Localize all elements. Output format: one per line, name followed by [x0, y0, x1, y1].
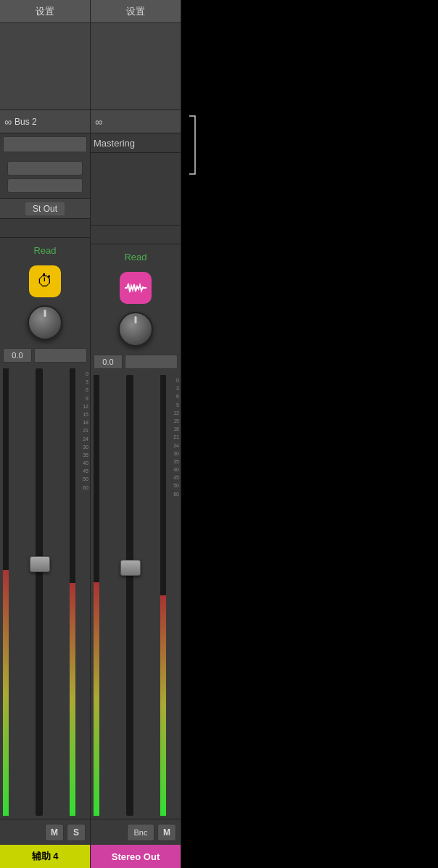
plugin-icon-stereo-out[interactable] [120, 272, 152, 304]
pan-knob-stereo-out[interactable] [118, 312, 153, 347]
fader-area-aux4: 036912 1518212430 3540455060 [0, 365, 90, 819]
read-button-aux4[interactable]: Read [3, 241, 87, 260]
eq-send-area-aux4 [0, 155, 90, 199]
solo-button-aux4[interactable]: S [67, 824, 86, 841]
plugin-icon-glyph-aux4: ⏱ [37, 272, 53, 291]
channel-strip-aux4: 设置 ∞ Bus 2 St Out Read ⏱ [0, 0, 91, 868]
mute-button-aux4[interactable]: M [45, 824, 64, 841]
volume-bar-stereo-out [125, 355, 178, 369]
mastering-area: Mastering [91, 133, 181, 153]
volume-display-stereo-out: 0.0 [91, 352, 181, 372]
plugin-area-aux4 [0, 23, 90, 110]
volume-value-aux4: 0.0 [3, 348, 32, 363]
channel-strip-stereo-out: 设置 ∞ Mastering Read [91, 0, 181, 868]
routing-row-aux4: ∞ Bus 2 [0, 110, 90, 133]
spacer-stereo-out [91, 226, 181, 244]
fader-area-stereo-out: 036912 1518212430 3540455060 [91, 372, 181, 819]
knob-area-stereo-out [91, 307, 181, 352]
black-background [185, 0, 438, 868]
send-btn-aux4[interactable] [7, 178, 83, 193]
plugin-icon-area-stereo-out [91, 269, 181, 307]
routing-row-stereo-out: ∞ [91, 110, 181, 133]
settings-button-aux4[interactable]: 设置 [0, 0, 90, 23]
settings-button-stereo-out[interactable]: 设置 [91, 0, 181, 23]
meter-scale-aux4: 036912 1518212430 3540455060 [77, 368, 90, 816]
knob-area-aux4 [0, 300, 90, 345]
output-bus-aux4: St Out [0, 199, 90, 219]
fader-handle-aux4[interactable] [30, 556, 50, 572]
channel-label-aux4: 辅助 4 [0, 845, 90, 868]
meter-scale-stereo-out: 036912 1518212430 3540455060 [168, 375, 181, 816]
volume-display-aux4: 0.0 [0, 345, 90, 365]
link-icon-aux4: ∞ [4, 116, 12, 128]
bnc-button[interactable]: Bnc [127, 824, 154, 841]
read-button-stereo-out[interactable]: Read [94, 247, 178, 266]
plugin-area-stereo-out [91, 23, 181, 110]
volume-value-stereo-out: 0.0 [94, 355, 123, 369]
output-bus-button-aux4[interactable]: St Out [25, 202, 65, 216]
eq-btn-aux4[interactable] [7, 161, 83, 175]
plugin-icon-area-aux4: ⏱ [0, 263, 90, 300]
channel-label-stereo-out: Stereo Out [91, 845, 181, 868]
plugin-icon-aux4[interactable]: ⏱ [29, 265, 61, 297]
bottom-buttons-stereo-out: Bnc M [91, 819, 181, 845]
eq-send-area-stereo-out [91, 153, 181, 226]
mute-button-stereo-out[interactable]: M [157, 824, 176, 841]
bus-label-aux4: Bus 2 [15, 117, 37, 127]
volume-bar-aux4 [34, 348, 87, 363]
fader-handle-stereo-out[interactable] [120, 560, 141, 576]
mixer-container: 设置 ∞ Bus 2 St Out Read ⏱ [0, 0, 185, 868]
spacer-aux4 [0, 219, 90, 238]
link-icon-stereo-out: ∞ [95, 116, 102, 128]
mastering-label: Mastering [94, 138, 135, 149]
bottom-buttons-aux4: M S [0, 819, 90, 845]
waveform-icon [125, 281, 146, 295]
pan-knob-aux4[interactable] [28, 305, 62, 340]
channel-name-input-aux4[interactable] [3, 136, 87, 152]
